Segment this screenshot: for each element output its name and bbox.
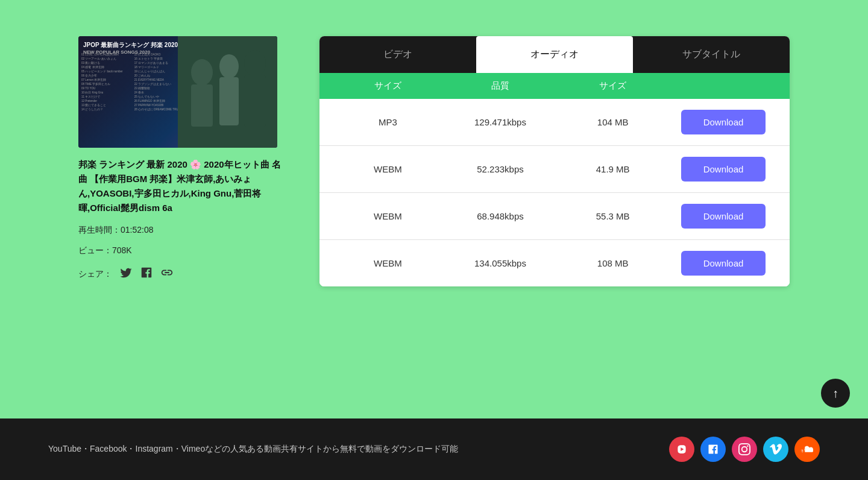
table-row: WEBM 68.948kbps 55.3 MB Download [319, 193, 790, 240]
tab-video[interactable]: ビデオ [319, 36, 476, 73]
size-cell: 55.3 MB [556, 211, 669, 221]
download-button-1[interactable]: Download [681, 110, 766, 134]
size-cell: 104 MB [556, 117, 669, 127]
download-cell: Download [669, 110, 778, 134]
table-body: MP3 129.471kbps 104 MB Download WEBM 52.… [319, 99, 790, 286]
right-panel: ビデオ オーディオ サブタイトル サイズ 品質 サイズ MP3 129.471k… [319, 36, 790, 286]
footer-text: YouTube・Facebook・Instagram・Vimeoなどの人気ある動… [48, 442, 458, 456]
soundcloud-social-icon[interactable] [794, 437, 820, 462]
size-cell: 108 MB [556, 258, 669, 268]
table-row: MP3 129.471kbps 104 MB Download [319, 99, 790, 146]
download-cell: Download [669, 157, 778, 182]
download-cell: Download [669, 204, 778, 229]
social-icons [669, 437, 820, 462]
quality-cell: 134.055kbps [444, 258, 557, 268]
table-row: WEBM 52.233kbps 41.9 MB Download [319, 146, 790, 193]
vimeo-social-icon[interactable] [763, 437, 788, 462]
youtube-social-icon[interactable] [669, 437, 694, 462]
footer: YouTube・Facebook・Instagram・Vimeoなどの人気ある動… [0, 418, 868, 480]
size-cell: 41.9 MB [556, 164, 669, 174]
svg-point-3 [219, 54, 239, 78]
svg-rect-2 [191, 84, 213, 127]
format-cell: WEBM [332, 258, 444, 268]
views-meta: ビュー：708K [78, 245, 283, 256]
col-action [669, 80, 778, 92]
duration-meta: 再生時間：01:52:08 [78, 225, 283, 236]
twitter-icon[interactable] [119, 266, 133, 282]
tab-bar: ビデオ オーディオ サブタイトル [319, 36, 790, 73]
download-button-2[interactable]: Download [681, 157, 766, 182]
share-row: シェア： [78, 266, 283, 282]
format-cell: WEBM [332, 211, 444, 221]
scroll-top-button[interactable]: ↑ [821, 379, 850, 408]
main-content: JPOP 最新曲ランキング 邦楽 2020 NEW POPULAR SONGS … [0, 0, 868, 418]
svg-point-1 [191, 59, 213, 86]
quality-cell: 129.471kbps [444, 117, 557, 127]
table-row: WEBM 134.055kbps 108 MB Download [319, 240, 790, 286]
quality-cell: 68.948kbps [444, 211, 557, 221]
download-cell: Download [669, 251, 778, 276]
download-button-4[interactable]: Download [681, 251, 766, 276]
tab-subtitle[interactable]: サブタイトル [633, 36, 790, 73]
instagram-social-icon[interactable] [732, 437, 757, 462]
col-size: サイズ [556, 80, 669, 92]
download-button-3[interactable]: Download [681, 204, 766, 229]
format-cell: MP3 [332, 117, 444, 127]
table-header: サイズ 品質 サイズ [319, 73, 790, 99]
tab-audio[interactable]: オーディオ [476, 36, 633, 73]
link-icon[interactable] [160, 266, 174, 282]
video-title: 邦楽 ランキング 最新 2020 🌸 2020年ヒット曲 名曲 【作業用BGM … [78, 157, 283, 215]
col-quality: 品質 [444, 80, 557, 92]
col-format: サイズ [332, 80, 444, 92]
svg-rect-6 [244, 75, 266, 127]
svg-point-5 [244, 50, 266, 77]
left-panel: JPOP 最新曲ランキング 邦楽 2020 NEW POPULAR SONGS … [78, 36, 283, 282]
facebook-icon[interactable] [140, 266, 153, 282]
svg-rect-4 [219, 77, 239, 125]
video-thumbnail: JPOP 最新曲ランキング 邦楽 2020 NEW POPULAR SONGS … [78, 36, 277, 148]
format-cell: WEBM [332, 164, 444, 174]
quality-cell: 52.233kbps [444, 164, 557, 174]
facebook-social-icon[interactable] [700, 437, 726, 462]
